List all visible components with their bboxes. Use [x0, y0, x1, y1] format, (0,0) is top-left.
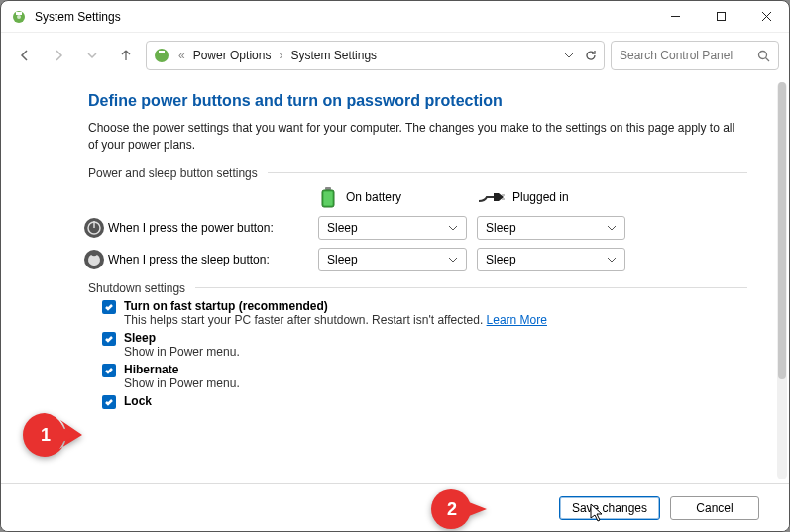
- checkbox-sleep[interactable]: [102, 332, 116, 346]
- chevron-down-icon: [448, 223, 458, 233]
- check-hibernate: Hibernate Show in Power menu.: [102, 363, 747, 390]
- row-sleep-button: When I press the sleep button: Sleep Sle…: [80, 248, 747, 271]
- system-settings-window: System Settings « Power Options › System…: [0, 0, 790, 532]
- select-power-plugged[interactable]: Sleep: [477, 216, 625, 240]
- checkbox-hibernate[interactable]: [102, 364, 116, 377]
- back-button[interactable]: [11, 42, 39, 69]
- svg-line-10: [766, 57, 770, 61]
- page-heading: Define power buttons and turn on passwor…: [88, 92, 747, 110]
- check-lock: Lock: [102, 394, 747, 409]
- check-sleep: Sleep Show in Power menu.: [102, 331, 747, 359]
- callout-1-number: 1: [23, 413, 82, 457]
- select-sleep-plugged[interactable]: Sleep: [477, 248, 625, 271]
- check-sleep-desc: Show in Power menu.: [124, 345, 240, 359]
- check-fast-startup: Turn on fast startup (recommended) This …: [102, 299, 747, 327]
- titlebar: System Settings: [1, 1, 789, 33]
- plug-icon: [477, 190, 505, 204]
- chevron-down-icon: [448, 255, 458, 265]
- search-icon: [757, 50, 770, 62]
- select-power-battery[interactable]: Sleep: [318, 216, 467, 240]
- row-power-button: When I press the power button: Sleep Sle…: [80, 216, 747, 240]
- svg-rect-13: [324, 191, 333, 205]
- refresh-icon[interactable]: [584, 49, 598, 62]
- callout-2-number: 2: [429, 487, 489, 531]
- breadcrumb-part1[interactable]: Power Options: [193, 49, 272, 62]
- chevron-down-icon: [607, 223, 617, 233]
- toolbar: « Power Options › System Settings Search…: [1, 33, 789, 78]
- col-plugged-in: Plugged in: [477, 190, 635, 204]
- window-title: System Settings: [35, 10, 652, 24]
- svg-rect-8: [159, 51, 165, 53]
- maximize-button[interactable]: [698, 1, 743, 33]
- svg-point-2: [17, 15, 21, 19]
- check-hibernate-title: Hibernate: [124, 363, 240, 376]
- check-fast-title: Turn on fast startup (recommended): [124, 299, 547, 313]
- power-options-icon: [153, 47, 170, 64]
- breadcrumb-part2[interactable]: System Settings: [290, 49, 377, 62]
- row-sleep-label: When I press the sleep button:: [108, 253, 318, 266]
- address-bar[interactable]: « Power Options › System Settings: [146, 41, 605, 70]
- svg-rect-1: [16, 12, 22, 15]
- breadcrumb-sep-icon: «: [178, 49, 185, 62]
- check-sleep-title: Sleep: [124, 331, 240, 345]
- checkbox-lock[interactable]: [102, 395, 116, 409]
- forward-button[interactable]: [45, 42, 72, 69]
- scrollbar-thumb[interactable]: [778, 82, 786, 379]
- svg-point-9: [759, 51, 767, 58]
- window-controls: [652, 1, 789, 33]
- app-icon: [11, 9, 27, 25]
- checkbox-fast-startup[interactable]: [102, 300, 116, 314]
- cancel-button[interactable]: Cancel: [670, 496, 759, 520]
- battery-icon: [318, 186, 338, 208]
- breadcrumb-chevron-icon: ›: [279, 49, 282, 62]
- check-lock-title: Lock: [124, 394, 152, 408]
- minimize-button[interactable]: [652, 1, 698, 33]
- check-hibernate-desc: Show in Power menu.: [124, 376, 240, 390]
- section-power-sleep: Power and sleep button settings: [88, 166, 747, 180]
- callout-2: 2: [429, 487, 489, 531]
- recent-chevron-icon[interactable]: [78, 42, 106, 69]
- search-input[interactable]: Search Control Panel: [611, 41, 779, 70]
- chevron-down-icon: [607, 255, 617, 265]
- up-button[interactable]: [112, 42, 140, 69]
- sleep-button-icon: [83, 249, 105, 270]
- learn-more-link[interactable]: Learn More: [487, 313, 547, 327]
- address-dropdown-icon[interactable]: [564, 51, 574, 60]
- save-button[interactable]: Save changes: [559, 496, 660, 520]
- close-button[interactable]: [743, 1, 789, 33]
- search-placeholder: Search Control Panel: [620, 49, 757, 62]
- page-description: Choose the power settings that you want …: [88, 120, 747, 155]
- select-sleep-battery[interactable]: Sleep: [318, 248, 467, 271]
- footer: Save changes Cancel: [1, 483, 789, 531]
- col-on-battery: On battery: [318, 186, 477, 208]
- section-shutdown: Shutdown settings: [88, 281, 747, 295]
- column-headers: On battery Plugged in: [80, 186, 747, 208]
- check-fast-desc: This helps start your PC faster after sh…: [124, 313, 547, 327]
- content-area: Define power buttons and turn on passwor…: [1, 78, 775, 483]
- power-button-icon: [83, 217, 105, 239]
- scrollbar[interactable]: [777, 82, 787, 479]
- cursor-icon: [590, 503, 606, 523]
- svg-rect-4: [717, 13, 725, 21]
- row-power-label: When I press the power button:: [108, 221, 318, 235]
- callout-1: 1: [23, 413, 82, 457]
